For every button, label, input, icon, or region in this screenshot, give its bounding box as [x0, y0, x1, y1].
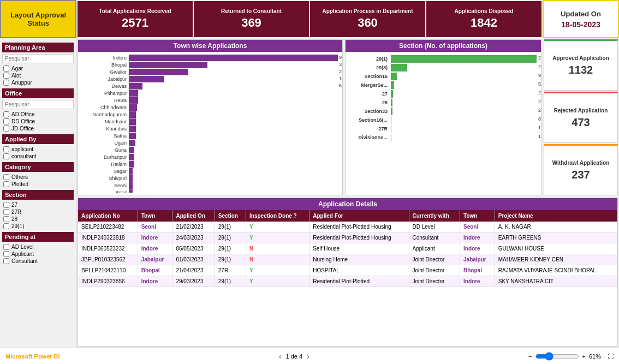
section-label: 27R [350, 126, 391, 132]
section-bar-value: 90 [538, 73, 541, 78]
bar-fill [129, 55, 338, 61]
sidebar-checkbox[interactable] [3, 73, 9, 79]
fullscreen-icon[interactable]: ⛶ [608, 353, 614, 360]
bar-fill [129, 62, 207, 68]
section-bar-container: 8 [391, 116, 537, 124]
bar-value: 965 [339, 55, 342, 60]
list-item: 27R [2, 208, 74, 216]
table-cell: Indore [138, 232, 172, 243]
right-stat-label: Withdrawl Application [552, 159, 610, 166]
table-cell: 29/03/2023 [172, 276, 215, 287]
section-label: 29(3) [350, 65, 391, 70]
sidebar-checkbox[interactable] [3, 223, 9, 229]
stat-value: 360 [358, 16, 378, 30]
section-bar-fill [391, 90, 393, 98]
bar-label: Rewa [82, 98, 129, 103]
sidebar-checkbox[interactable] [3, 244, 9, 250]
bar-container: 965 [129, 55, 338, 61]
bar-label: Chhindwara [82, 105, 129, 110]
list-item: Section33 22 [350, 108, 537, 115]
sidebar-checkbox[interactable] [3, 181, 9, 187]
table-row[interactable]: INDLP290323856Indore29/03/202329(1)YResi… [78, 276, 617, 287]
table-row[interactable]: BPLLP210423110Bhopal21/04/202327RYHOSPIT… [78, 265, 617, 276]
right-stat-rejected: Rejected Application473 [544, 92, 618, 143]
table-cell: 21/02/2023 [172, 222, 215, 232]
list-item: Mandsaur [82, 118, 338, 125]
table-cell: RAJMATA VIJYARAJE SCINDI BHOPAL [495, 265, 617, 276]
table-cell: MAHAVEER KIDNEY CEN [495, 254, 617, 265]
sidebar-checkbox[interactable] [3, 153, 9, 159]
table-row[interactable]: JBPLP010323562Jabalpur01/03/202329(1)NNu… [78, 254, 617, 265]
sidebar-checkbox[interactable] [3, 111, 9, 117]
bar-container [129, 104, 338, 111]
table-row[interactable]: INDLP060523232Indore06/05/202329(1)NSelf… [78, 243, 617, 254]
sidebar-checkbox[interactable] [3, 146, 9, 152]
bar-fill [129, 111, 136, 118]
stat-label: Returned to Consultant [221, 8, 282, 15]
bar-label: Sagar [82, 169, 129, 174]
bar-label: Indore [82, 55, 129, 61]
table-cell: Seoni [138, 222, 172, 232]
table-row[interactable]: INDLP240323818Indore24/03/202329(1)YResi… [78, 232, 617, 243]
list-item: 27 [2, 201, 74, 208]
section-bar-value: 51 [538, 81, 541, 87]
right-stat-label: Approved Application [552, 55, 609, 62]
bar-fill [129, 147, 134, 153]
table-cell: INDLP240323818 [78, 232, 138, 243]
right-stat-label: Rejected Application [554, 107, 608, 114]
updated-date: 18-05-2023 [561, 20, 600, 29]
planning-search[interactable] [2, 54, 74, 63]
right-stat-value: 473 [572, 116, 590, 129]
table-body: SEILP210223482Seoni21/02/202329(1)YResid… [78, 222, 617, 287]
bar-fill [129, 118, 136, 125]
bar-fill [129, 69, 188, 75]
section-bar-value: 2109 [538, 55, 541, 61]
table-cell: Indore [460, 276, 495, 287]
table-cell: Jabalpur [460, 254, 495, 265]
bar-label: Khandwa [82, 126, 129, 132]
section-bar-container: 51 [391, 81, 537, 89]
table-column-header: Town [460, 210, 495, 222]
sidebar-checkbox[interactable] [3, 258, 9, 264]
table-cell: BPLLP210423110 [78, 265, 138, 276]
bar-fill [129, 97, 138, 104]
bar-fill [129, 76, 164, 82]
office-search[interactable] [2, 100, 74, 109]
stat-label: Application Process in Department [322, 8, 413, 15]
sidebar-checkbox[interactable] [3, 251, 9, 257]
sidebar-item-label: Agar [11, 65, 23, 71]
zoom-slider[interactable] [535, 352, 579, 361]
bar-fill [129, 126, 136, 132]
table-cell: 24/03/2023 [172, 232, 215, 243]
sidebar-checkbox[interactable] [3, 126, 9, 132]
bar-container [129, 175, 338, 182]
prev-page-button[interactable]: ‹ [279, 352, 282, 361]
table-cell: Indore [138, 276, 172, 287]
bar-label: Satna [82, 133, 129, 139]
list-item: Alot [2, 72, 74, 79]
next-page-button[interactable]: › [307, 352, 310, 361]
table-cell: Y [246, 232, 310, 243]
zoom-plus[interactable]: + [582, 353, 586, 360]
sidebar-checkbox[interactable] [3, 209, 9, 215]
sidebar-item-label: JD Office [11, 126, 34, 132]
bar-fill [129, 182, 133, 189]
sidebar-checkbox[interactable] [3, 202, 9, 208]
brand-label: Microsoft Power BI [5, 353, 60, 360]
section-bar-value: 28 [538, 90, 541, 96]
zoom-minus[interactable]: − [528, 353, 532, 360]
sidebar-checkbox[interactable] [3, 80, 9, 86]
sidebar-checkbox[interactable] [3, 174, 9, 180]
sidebar-checkbox[interactable] [3, 65, 9, 71]
section-bar-container: 22 [391, 108, 537, 115]
table-wrapper[interactable]: Application NoTownApplied OnSectionInspe… [78, 210, 617, 346]
bar-label: Pithampur [82, 91, 129, 96]
sidebar-checkbox[interactable] [3, 216, 9, 222]
section-bar-value: 1 [538, 125, 541, 130]
table-row[interactable]: SEILP210223482Seoni21/02/202329(1)YResid… [78, 222, 617, 232]
section-label: MergerSe... [350, 82, 391, 88]
right-stat-value: 237 [572, 169, 590, 181]
table-cell: Indore [460, 232, 495, 243]
sidebar-checkbox[interactable] [3, 118, 9, 124]
list-item: Ratlam [82, 161, 338, 168]
